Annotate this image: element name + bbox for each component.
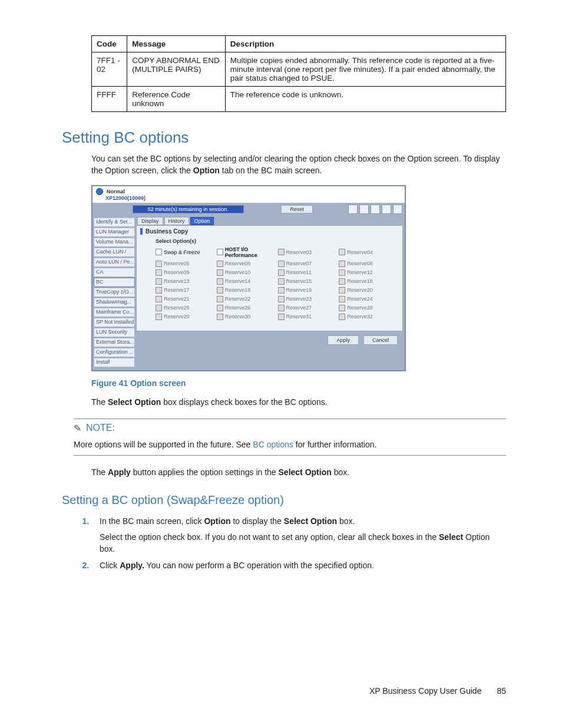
option-reserve: Reserve21 — [156, 296, 212, 302]
figure-main: Display History Option Business Copy Sel… — [136, 216, 405, 369]
toolbar-icon[interactable] — [348, 205, 358, 214]
cell-code: 7FF1 - 02 — [92, 52, 127, 87]
text: In the BC main screen, click — [100, 516, 204, 526]
checkbox-icon[interactable] — [156, 249, 162, 255]
option-label: Reserve04 — [347, 249, 373, 255]
toolbar-icons — [348, 205, 402, 214]
business-copy-panel: Business Copy Select Option(s) Swap & Fr… — [136, 225, 403, 331]
col-message: Message — [127, 36, 226, 52]
sidebar-item[interactable]: External Stora... — [94, 338, 135, 347]
step-1: In the BC main screen, click Option to d… — [91, 515, 506, 555]
checkbox-icon — [278, 314, 285, 320]
col-code: Code — [92, 36, 127, 52]
option-swap-freeze[interactable]: Swap & Freeze — [156, 246, 212, 258]
footer-title: XP Business Copy User Guide — [369, 686, 481, 696]
sidebar-item[interactable]: Mainframe Co... — [94, 308, 135, 317]
option-reserve: Reserve10 — [217, 269, 273, 276]
note-heading: ✎ NOTE: — [74, 423, 506, 434]
content-area: Code Message Description 7FF1 - 02 COPY … — [91, 35, 506, 572]
text: to display the — [231, 516, 284, 526]
steps-list: In the BC main screen, click Option to d… — [82, 515, 506, 571]
text: More options will be supported in the fu… — [74, 440, 253, 449]
toolbar-icon[interactable] — [359, 205, 369, 214]
option-reserve: Reserve05 — [156, 261, 212, 267]
option-reserve: Reserve11 — [278, 269, 335, 276]
option-reserve: Reserve15 — [278, 278, 335, 285]
tab-option[interactable]: Option — [190, 217, 214, 225]
sidebar-item[interactable]: Identify & Set... — [94, 218, 135, 227]
table-row: FFFF Reference Code unknown The referenc… — [92, 87, 506, 112]
option-label: Reserve12 — [347, 269, 373, 275]
checkbox-icon — [278, 278, 285, 285]
sidebar-item[interactable]: Install — [94, 358, 135, 367]
toolbar-icon[interactable] — [393, 205, 402, 214]
tab-display[interactable]: Display — [137, 217, 163, 225]
checkbox-icon — [156, 269, 162, 276]
divider — [74, 455, 506, 456]
sidebar-item[interactable]: ShadowImag... — [94, 298, 135, 307]
sidebar-item-bc[interactable]: BC — [94, 278, 135, 287]
bc-options-link[interactable]: BC options — [253, 440, 293, 449]
option-label: Reserve20 — [347, 287, 373, 293]
bold-term: Select Option — [284, 516, 337, 526]
text: box. — [337, 516, 355, 526]
sidebar-item[interactable]: TrueCopy z/O... — [94, 288, 135, 297]
intro-paragraph: You can set the BC options by selecting … — [91, 153, 506, 177]
sidebar-item[interactable]: LUN Manager — [94, 228, 135, 237]
text: for further information. — [293, 440, 377, 449]
figure-titlebar: Normal — [92, 186, 405, 195]
checkbox-icon — [278, 296, 285, 302]
sidebar-item[interactable]: Volume Mana... — [94, 238, 135, 247]
option-label: Reserve26 — [225, 305, 251, 311]
checkbox-icon — [339, 261, 345, 267]
checkbox-icon — [156, 314, 162, 320]
checkbox-icon — [339, 296, 345, 302]
toolbar-icon[interactable] — [371, 205, 380, 214]
option-label: Reserve06 — [225, 261, 251, 266]
sidebar-item[interactable]: Configuration ... — [94, 348, 135, 357]
reset-button[interactable]: Reset — [281, 205, 313, 213]
option-label: Reserve29 — [164, 314, 190, 319]
option-reserve: Reserve19 — [278, 287, 335, 294]
option-reserve: Reserve27 — [278, 305, 335, 311]
option-reserve: Reserve32 — [339, 314, 395, 320]
option-label: Reserve03 — [286, 249, 312, 255]
option-label: Reserve17 — [164, 287, 190, 293]
figure-caption: Figure 41 Option screen — [91, 378, 506, 388]
toolbar-icon[interactable] — [382, 205, 391, 214]
select-option-title: Select Option(s) — [156, 238, 395, 244]
checkbox-icon — [156, 287, 162, 294]
option-screen-figure: Normal XP12000(10009) 52 minute(s) remai… — [91, 185, 406, 371]
panel-title: Business Copy — [146, 228, 188, 235]
divider — [74, 419, 506, 419]
option-reserve: Reserve30 — [217, 314, 273, 320]
apply-button[interactable]: Apply — [328, 335, 359, 345]
checkbox-icon — [339, 314, 345, 320]
sidebar-item[interactable]: SP Not Installed — [94, 318, 135, 327]
option-reserve: Reserve06 — [217, 261, 273, 267]
note-block: ✎ NOTE: More options will be supported i… — [74, 419, 506, 456]
option-reserve: Reserve12 — [339, 269, 395, 276]
reference-code-table: Code Message Description 7FF1 - 02 COPY … — [91, 35, 506, 112]
option-reserve: Reserve23 — [278, 296, 335, 302]
sidebar-item[interactable]: Cache LUN / — [94, 248, 135, 257]
tab-history[interactable]: History — [164, 217, 189, 225]
cancel-button[interactable]: Cancel — [363, 335, 398, 345]
cell-description: Multiple copies ended abnormally. This r… — [225, 52, 505, 87]
text: tab on the BC main screen. — [220, 166, 322, 175]
checkbox-icon[interactable] — [217, 249, 223, 255]
checkbox-icon — [278, 269, 285, 276]
checkbox-icon — [339, 305, 345, 311]
option-reserve: Reserve07 — [278, 261, 335, 267]
page-number: 85 — [497, 686, 506, 696]
bold-term: Select Option — [108, 397, 161, 407]
option-label: Reserve21 — [164, 296, 190, 302]
option-host-io[interactable]: HOST I/O Performance — [217, 246, 273, 258]
sidebar-item[interactable]: Auto LUN / Pe... — [94, 258, 135, 267]
text: The — [91, 397, 108, 407]
option-label: Reserve05 — [164, 261, 190, 266]
sidebar-item[interactable]: LUN Security — [94, 328, 135, 337]
checkbox-icon — [156, 296, 162, 302]
sidebar-item[interactable]: CA — [94, 268, 135, 277]
session-remaining: 52 minute(s) remaining in session. — [133, 205, 244, 213]
